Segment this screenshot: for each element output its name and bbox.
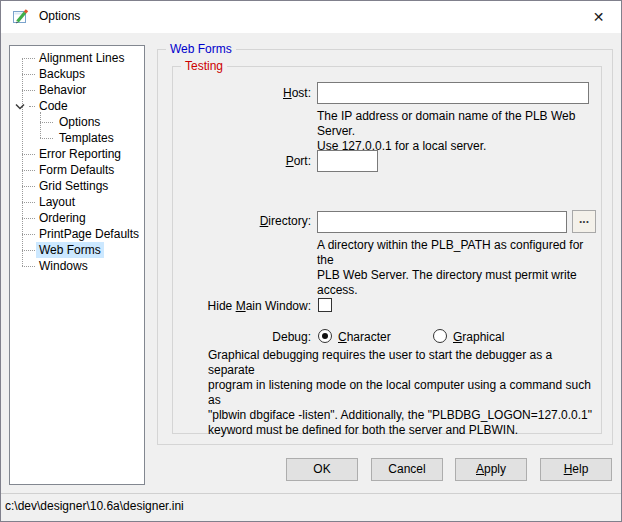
directory-input[interactable] (317, 211, 567, 233)
sidebar-item-behavior[interactable]: Behavior (10, 82, 144, 98)
sidebar-item-error-reporting[interactable]: Error Reporting (10, 146, 144, 162)
debug-graphical-radio[interactable] (433, 329, 447, 343)
help-button[interactable]: Help (540, 458, 612, 481)
close-button[interactable]: ✕ (576, 1, 621, 33)
status-bar: c:\dev\designer\10.6a\designer.ini (1, 493, 621, 521)
settings-tree: Alignment Lines Backups Behavior Code Op… (9, 45, 145, 485)
browse-directory-button[interactable]: ... (572, 210, 596, 233)
sidebar-item-web-forms[interactable]: Web Forms (10, 242, 144, 258)
sidebar-item-layout[interactable]: Layout (10, 194, 144, 210)
sidebar-item-alignment-lines[interactable]: Alignment Lines (10, 50, 144, 66)
host-help-text: The IP address or domain name of the PLB… (317, 109, 597, 154)
cancel-button[interactable]: Cancel (371, 458, 443, 481)
web-forms-group-title: Web Forms (166, 42, 236, 57)
config-file-path: c:\dev\designer\10.6a\designer.ini (5, 499, 184, 513)
sidebar-item-code-templates[interactable]: Templates (10, 130, 144, 146)
directory-help-text: A directory within the PLB_PATH as confi… (317, 238, 597, 298)
debug-character-radio-label[interactable]: Character (338, 329, 391, 345)
hide-main-window-checkbox[interactable] (318, 298, 332, 312)
testing-group-title: Testing (181, 59, 227, 74)
debug-note-text: Graphical debugging requires the user to… (208, 348, 602, 438)
sidebar-item-code-options[interactable]: Options (10, 114, 144, 130)
host-input[interactable] (317, 82, 589, 104)
sidebar-item-form-defaults[interactable]: Form Defaults (10, 162, 144, 178)
sidebar-item-backups[interactable]: Backups (10, 66, 144, 82)
debug-character-radio[interactable] (318, 329, 332, 343)
hide-main-window-label: Hide Main Window: (161, 298, 311, 314)
sidebar-item-code[interactable]: Code (10, 98, 144, 114)
port-label: Port: (161, 153, 311, 169)
port-input[interactable] (317, 150, 378, 172)
ok-button[interactable]: OK (286, 458, 358, 481)
edit-form-icon (12, 8, 30, 26)
directory-label: Directory: (161, 213, 311, 229)
debug-label: Debug: (161, 329, 311, 345)
chevron-down-icon[interactable] (15, 103, 25, 110)
sidebar-item-printpage-defaults[interactable]: PrintPage Defaults (10, 226, 144, 242)
sidebar-item-grid-settings[interactable]: Grid Settings (10, 178, 144, 194)
host-label: Host: (161, 85, 311, 101)
debug-graphical-radio-label[interactable]: Graphical (453, 329, 504, 345)
options-dialog: Options ✕ Alignment Lines Backups Behavi… (0, 0, 622, 522)
window-title: Options (39, 9, 80, 23)
sidebar-item-ordering[interactable]: Ordering (10, 210, 144, 226)
apply-button[interactable]: Apply (455, 458, 527, 481)
title-bar: Options ✕ (1, 1, 621, 33)
sidebar-item-windows[interactable]: Windows (10, 258, 144, 274)
